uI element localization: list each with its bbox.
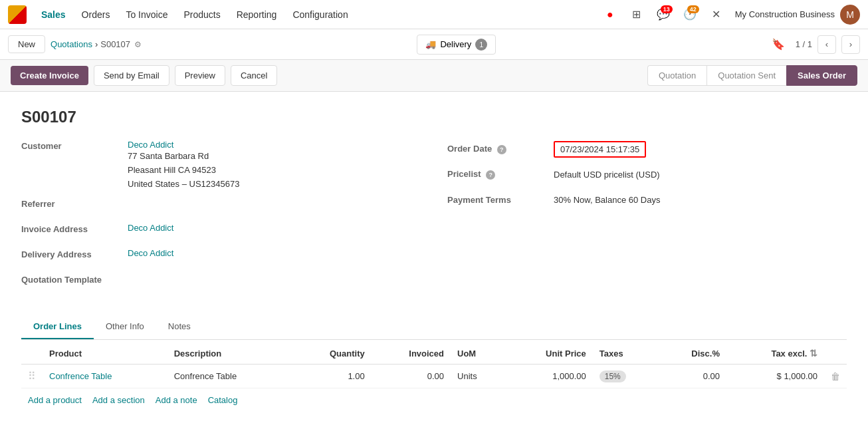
nav-to-invoice[interactable]: To Invoice [119,5,174,24]
customer-address: 77 Santa Barbara Rd Pleasant Hill CA 945… [128,150,421,191]
invoice-address-link[interactable]: Deco Addict [128,223,173,233]
row-invoiced: 0.00 [372,365,451,388]
order-date-field-row: Order Date ? 07/23/2024 15:17:35 [447,140,847,158]
delivery-truck-icon: 🚚 [425,39,436,49]
tabs-bar: Order Lines Other Info Notes [21,315,847,340]
order-date-value: 07/23/2024 15:17:35 [554,141,847,158]
col-tax-excl: Tax excl. ⇅ [726,343,824,365]
invoice-address-label: Invoice Address [21,223,128,234]
customer-link[interactable]: Deco Addict [128,140,421,150]
prev-page-button[interactable]: ‹ [817,35,836,54]
action-bar: Create Invoice Send by Email Preview Can… [0,60,868,92]
order-table: Product Description Quantity Invoiced Uo… [21,343,847,388]
row-unit-price: 1,000.00 [504,365,592,388]
col-invoiced: Invoiced [372,343,451,365]
pricelist-value: Default USD pricelist (USD) [554,170,847,180]
tab-notes[interactable]: Notes [156,315,203,339]
tab-other-info[interactable]: Other Info [94,315,156,339]
app-logo [8,5,27,24]
col-description: Description [167,343,292,365]
customer-label: Customer [21,140,128,151]
delivery-address-link[interactable]: Deco Addict [128,248,173,258]
breadcrumb-separator: › [95,39,98,49]
row-description: Confrence Table [167,365,292,388]
status-icon[interactable]: ● [599,4,621,25]
activity-badge: 42 [687,5,699,13]
add-note-link[interactable]: Add a note [156,395,197,405]
delivery-address-label: Delivery Address [21,248,128,259]
address-line2: Pleasant Hill CA 94523 [128,164,421,178]
quotation-template-label: Quotation Template [21,273,128,285]
step-quotation[interactable]: Quotation [647,65,706,86]
step-sales-order[interactable]: Sales Order [786,65,857,86]
activity-icon[interactable]: 🕐 42 [679,4,701,25]
nav-sales[interactable]: Sales [35,5,72,24]
tab-order-lines[interactable]: Order Lines [21,315,94,339]
breadcrumb: Quotations › S00107 ⚙ [51,39,142,49]
add-section-link[interactable]: Add a section [92,395,145,405]
apps-icon[interactable]: ⊞ [626,4,647,25]
invoice-address-field-row: Invoice Address Deco Addict [21,223,421,241]
settings-gear-icon[interactable]: ⚙ [134,40,142,49]
step-quotation-sent[interactable]: Quotation Sent [706,65,786,86]
nav-orders[interactable]: Orders [75,5,117,24]
row-tax-excl: $ 1,000.00 [726,365,824,388]
main-content: S00107 Customer Deco Addict 77 Santa Bar… [0,92,868,428]
delivery-address-value: Deco Addict [128,248,421,258]
breadcrumb-quotations[interactable]: Quotations [51,39,92,49]
new-button[interactable]: New [8,35,45,53]
row-quantity: 1.00 [292,365,371,388]
catalog-link[interactable]: Catalog [208,395,238,405]
col-uom: UoM [451,343,504,365]
add-product-link[interactable]: Add a product [28,395,82,405]
row-product: Confrence Table [43,365,167,388]
table-row: ⠿ Confrence Table Confrence Table 1.00 0… [21,365,847,388]
chat-badge: 13 [661,5,673,13]
drag-icon: ⠿ [28,370,36,382]
row-uom: Units [451,365,504,388]
nav-configuration[interactable]: Configuration [286,5,354,24]
company-name[interactable]: My Construction Business [735,9,835,19]
top-navigation: Sales Orders To Invoice Products Reporti… [0,0,868,29]
send-by-email-button[interactable]: Send by Email [94,65,169,86]
referrer-field-row: Referrer [21,198,421,216]
col-product: Product [43,343,167,365]
order-date-help-icon[interactable]: ? [497,145,506,154]
delete-icon[interactable]: 🗑 [831,371,840,382]
breadcrumb-current: S00107 [100,39,130,49]
product-link[interactable]: Confrence Table [49,371,112,381]
order-date-highlighted: 07/23/2024 15:17:35 [554,141,646,158]
col-actions [824,343,847,365]
row-delete[interactable]: 🗑 [824,365,847,388]
create-invoice-button[interactable]: Create Invoice [11,66,88,85]
column-settings-icon[interactable]: ⇅ [810,348,817,359]
nav-products[interactable]: Products [177,5,227,24]
delivery-button[interactable]: 🚚 Delivery 1 [417,35,496,55]
address-line1: 77 Santa Barbara Rd [128,150,421,164]
status-steps: Quotation Quotation Sent Sales Order [647,65,857,86]
pricelist-label: Pricelist ? [447,169,554,180]
table-footer: Add a product Add a section Add a note C… [21,388,847,412]
pagination: 1 / 1 [796,39,812,49]
next-page-button[interactable]: › [841,35,860,54]
row-drag-handle[interactable]: ⠿ [21,365,43,388]
bookmark-icon[interactable]: 🔖 [772,38,785,51]
quotation-template-field-row: Quotation Template [21,273,421,292]
col-drag [21,343,43,365]
row-taxes: 15% [593,365,658,388]
chat-icon[interactable]: 💬 13 [653,4,674,25]
tax-badge: 15% [599,370,626,382]
user-avatar[interactable]: M [840,5,860,25]
close-icon[interactable]: ✕ [706,4,727,25]
table-header-row: Product Description Quantity Invoiced Uo… [21,343,847,365]
col-unit-price: Unit Price [504,343,592,365]
customer-field-row: Customer Deco Addict 77 Santa Barbara Rd… [21,140,421,191]
row-disc: 0.00 [658,365,726,388]
nav-reporting[interactable]: Reporting [230,5,284,24]
preview-button[interactable]: Preview [175,65,225,86]
cancel-button[interactable]: Cancel [231,65,277,86]
pricelist-help-icon[interactable]: ? [486,170,495,180]
col-taxes: Taxes [593,343,658,365]
form-grid: Customer Deco Addict 77 Santa Barbara Rd… [21,140,847,299]
customer-value: Deco Addict 77 Santa Barbara Rd Pleasant… [128,140,421,191]
